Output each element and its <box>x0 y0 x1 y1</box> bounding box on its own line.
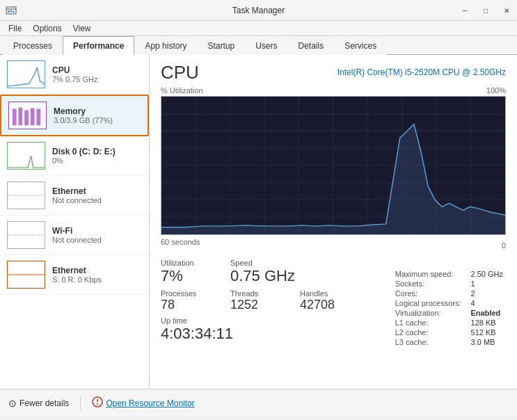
svg-rect-4 <box>13 11 15 13</box>
chart-time-label: 60 seconds <box>161 238 200 246</box>
chart-label-100: 100% <box>486 86 506 95</box>
stat-row-l2: L2 cache: 512 KB <box>392 328 506 337</box>
tab-performance[interactable]: Performance <box>63 36 134 55</box>
bottom-bar: ⊙ Fewer details Open Resource Monitor <box>0 389 517 417</box>
wifi-sub: Not connected <box>52 236 142 244</box>
cpu-mini-chart <box>7 60 45 88</box>
tab-users[interactable]: Users <box>245 36 287 55</box>
stat-label-l2: L2 cache: <box>392 328 468 337</box>
processes-stat: Processes 78 <box>161 289 216 312</box>
handles-label: Handles <box>300 289 356 298</box>
tab-services[interactable]: Services <box>334 36 387 55</box>
maximize-button[interactable]: □ <box>475 0 496 21</box>
sidebar-item-memory[interactable]: Memory 3.0/3.9 GB (77%) <box>0 95 149 136</box>
chart-zero-label: 0 <box>502 241 506 250</box>
stat-row-maxspeed: Maximum speed: 2.50 GHz <box>392 269 506 279</box>
tab-bar: Processes Performance App history Startu… <box>0 36 517 55</box>
cpu-chart-area <box>161 96 506 235</box>
open-resource-monitor-link[interactable]: Open Resource Monitor <box>92 396 194 410</box>
handles-value: 42708 <box>300 298 356 312</box>
sidebar-item-ethernet2[interactable]: Ethernet S: 0 R: 0 Kbps <box>0 255 149 295</box>
cpu-info: CPU 7% 0.75 GHz <box>52 65 142 83</box>
memory-mini-chart <box>8 102 47 129</box>
svg-rect-3 <box>10 10 12 13</box>
sidebar-item-wifi[interactable]: Wi-Fi Not connected <box>0 216 149 255</box>
cpu-title: CPU <box>52 65 142 75</box>
detail-title: CPU <box>161 62 199 83</box>
stat-value-cores: 2 <box>468 289 506 298</box>
stat-value-sockets: 1 <box>468 279 506 289</box>
speed-stat: Speed 0.75 GHz <box>230 259 295 285</box>
disk-mini-chart <box>7 142 45 170</box>
menu-options[interactable]: Options <box>27 22 67 35</box>
memory-sub: 3.0/3.9 GB (77%) <box>54 116 141 124</box>
title-bar: Task Manager ─ □ ✕ <box>0 0 517 21</box>
wifi-title: Wi-Fi <box>52 226 142 236</box>
main-content: CPU 7% 0.75 GHz Memory 3.0/3.9 GB (77%) <box>0 55 517 389</box>
ethernet1-title: Ethernet <box>52 186 142 196</box>
utilization-value: 7% <box>161 267 216 285</box>
disk-sub: 0% <box>52 156 142 165</box>
threads-stat: Threads 1252 <box>230 289 286 312</box>
stat-label-maxspeed: Maximum speed: <box>392 269 468 279</box>
svg-rect-2 <box>8 10 10 13</box>
sidebar-item-disk[interactable]: Disk 0 (C: D: E:) 0% <box>0 136 149 176</box>
utilization-stat: Utilization 7% <box>161 259 216 285</box>
threads-value: 1252 <box>230 298 286 312</box>
tab-app-history[interactable]: App history <box>134 36 197 55</box>
bottom-separator <box>80 396 81 410</box>
window-title: Task Manager <box>232 6 285 15</box>
stat-row-logical: Logical processors: 4 <box>392 298 506 308</box>
close-button[interactable]: ✕ <box>496 0 517 21</box>
tab-startup[interactable]: Startup <box>197 36 245 55</box>
stat-label-l3: L3 cache: <box>392 337 468 347</box>
detail-subtitle: Intel(R) Core(TM) i5-2520M CPU @ 2.50GHz <box>337 67 506 77</box>
svg-rect-11 <box>37 109 41 126</box>
stat-label-cores: Cores: <box>392 289 468 298</box>
tab-processes[interactable]: Processes <box>3 36 63 55</box>
stat-value-l3: 3.0 MB <box>468 337 506 347</box>
resource-monitor-icon <box>92 396 103 410</box>
fewer-details-icon: ⊙ <box>8 398 17 409</box>
stat-row-cores: Cores: 2 <box>392 289 506 298</box>
menu-view[interactable]: View <box>67 22 97 35</box>
sidebar-item-ethernet1[interactable]: Ethernet Not connected <box>0 176 149 216</box>
ethernet1-sub: Not connected <box>52 196 142 204</box>
right-stats-table: Maximum speed: 2.50 GHz Sockets: 1 Cores… <box>392 269 506 347</box>
stat-label-virtualization: Virtualization: <box>392 308 468 318</box>
stat-row-virtualization: Virtualization: Enabled <box>392 308 506 318</box>
svg-rect-8 <box>18 108 22 126</box>
ethernet2-title: Ethernet <box>52 266 142 275</box>
detail-header: CPU Intel(R) Core(TM) i5-2520M CPU @ 2.5… <box>161 62 506 83</box>
tab-details[interactable]: Details <box>287 36 334 55</box>
disk-title: Disk 0 (C: D: E:) <box>52 147 142 156</box>
ethernet2-sub: S: 0 R: 0 Kbps <box>52 275 142 284</box>
ethernet2-mini-chart <box>7 261 45 289</box>
stat-row-sockets: Sockets: 1 <box>392 279 506 289</box>
stat-value-l2: 512 KB <box>468 328 506 337</box>
stat-value-logical: 4 <box>468 298 506 308</box>
open-resource-monitor-label: Open Resource Monitor <box>106 398 194 408</box>
wifi-mini-chart <box>7 221 45 249</box>
ethernet2-info: Ethernet S: 0 R: 0 Kbps <box>52 266 142 284</box>
processes-value: 78 <box>161 298 216 312</box>
fewer-details-button[interactable]: ⊙ Fewer details <box>8 398 69 409</box>
ethernet1-mini-chart <box>7 181 45 209</box>
processes-label: Processes <box>161 289 216 298</box>
stat-label-l1: L1 cache: <box>392 318 468 328</box>
threads-label: Threads <box>230 289 286 298</box>
chart-label-utilization: % Utilization <box>161 86 203 95</box>
memory-title: Memory <box>54 106 141 116</box>
stat-row-l1: L1 cache: 128 KB <box>392 318 506 328</box>
ethernet1-info: Ethernet Not connected <box>52 186 142 204</box>
stat-value-maxspeed: 2.50 GHz <box>468 269 506 279</box>
window-controls: ─ □ ✕ <box>454 0 517 21</box>
utilization-label: Utilization <box>161 259 216 267</box>
menu-file[interactable]: File <box>3 22 27 35</box>
minimize-button[interactable]: ─ <box>454 0 475 21</box>
cpu-sub: 7% 0.75 GHz <box>52 75 142 83</box>
disk-info: Disk 0 (C: D: E:) 0% <box>52 147 142 165</box>
speed-label: Speed <box>230 259 295 267</box>
wifi-info: Wi-Fi Not connected <box>52 226 142 244</box>
sidebar-item-cpu[interactable]: CPU 7% 0.75 GHz <box>0 55 149 95</box>
